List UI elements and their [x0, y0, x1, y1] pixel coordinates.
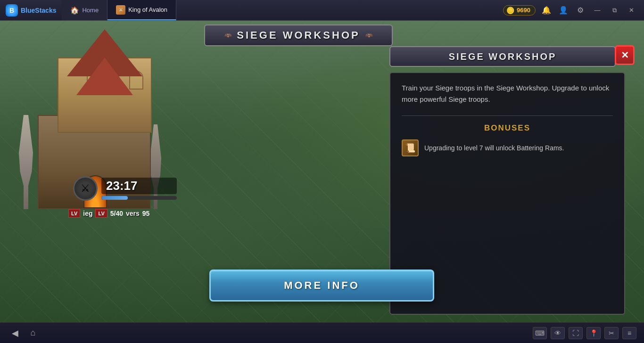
scissors-button[interactable]: ✂	[604, 327, 619, 339]
level-display: ieg	[83, 210, 92, 217]
bonus-icon: 📜	[402, 139, 419, 156]
bluestacks-icon: B	[6, 4, 18, 16]
close-panel-button[interactable]: ✕	[615, 45, 635, 65]
app-name: BlueStacks	[21, 7, 56, 14]
close-window-button[interactable]: ✕	[625, 4, 637, 16]
notification-bell-icon[interactable]: 🔔	[540, 4, 553, 16]
lv-label2: LV	[95, 209, 107, 218]
panel-divider	[402, 115, 613, 116]
troop-label: vers	[126, 210, 140, 217]
bat-right-icon: 🦇	[365, 32, 373, 39]
keyboard-button[interactable]: ⌨	[533, 327, 547, 339]
level-badge: LV ieg LV 5/40 vers 95	[68, 209, 149, 218]
troop-count: 95	[142, 210, 150, 217]
bonuses-title: BONUSES	[402, 123, 613, 133]
menu-button[interactable]: ≡	[622, 327, 636, 339]
lv-prefix: LV	[68, 209, 80, 218]
tab-home[interactable]: 🏠 Home	[62, 0, 107, 20]
restore-button[interactable]: ⧉	[608, 4, 620, 16]
bottom-nav: ◀ ⌂	[8, 326, 41, 341]
game-tab-icon: ⚔	[116, 5, 125, 15]
more-info-button[interactable]: MORE INFO	[209, 270, 434, 302]
panel-description: Train your Siege troops in the Siege Wor…	[402, 82, 613, 105]
panel-title: SIEGE WORKSHOP	[449, 51, 557, 62]
timer-overlay: ⚔ 23:17	[73, 176, 177, 201]
panel-header: SIEGE WORKSHOP	[389, 46, 616, 67]
home-tab-icon: 🏠	[70, 6, 79, 15]
sword-icon: ⚔	[73, 176, 98, 201]
coin-icon: 🪙	[506, 7, 514, 14]
progress-fill	[101, 196, 128, 200]
location-button[interactable]: 📍	[586, 327, 601, 339]
system-buttons: ⌨ 👁 ⛶ 📍 ✂ ≡	[533, 327, 636, 339]
level-fraction: 5/40	[110, 210, 123, 217]
fullscreen-button[interactable]: ⛶	[569, 327, 583, 339]
minimize-button[interactable]: —	[591, 4, 603, 16]
settings-gear-icon[interactable]: ⚙	[574, 4, 586, 16]
user-avatar-icon[interactable]: 👤	[557, 4, 570, 16]
home-button[interactable]: ⌂	[25, 326, 41, 341]
titlebar-actions: 🪙 9690 🔔 👤 ⚙ — ⧉ ✕	[496, 4, 644, 16]
bat-left-icon: 🦇	[224, 32, 232, 39]
timer-value: 23:17	[101, 178, 177, 194]
home-tab-label: Home	[82, 7, 99, 14]
app-logo: B BlueStacks	[0, 4, 62, 16]
game-area: ⚔ 23:17 LV ieg LV 5/40 vers 95 🦇 SIEGE W…	[0, 21, 644, 322]
timer-display: 23:17	[101, 178, 177, 200]
tab-bar: 🏠 Home ⚔ King of Avalon	[62, 0, 176, 20]
bonus-text: Upgrading to level 7 will unlock Batteri…	[424, 144, 564, 152]
tab-game[interactable]: ⚔ King of Avalon	[107, 0, 176, 20]
back-button[interactable]: ◀	[8, 326, 23, 341]
bonus-item: 📜 Upgrading to level 7 will unlock Batte…	[402, 139, 613, 156]
coin-display: 🪙 9690	[503, 5, 536, 16]
progress-bar	[101, 196, 177, 200]
castle-sub-roof	[76, 57, 133, 95]
eye-button[interactable]: 👁	[551, 327, 565, 339]
more-info-label: MORE INFO	[284, 279, 360, 292]
title-bar: B BlueStacks 🏠 Home ⚔ King of Avalon 🪙 9…	[0, 0, 644, 21]
main-title: SIEGE WORKSHOP	[237, 29, 360, 41]
bottom-bar: ◀ ⌂ ⌨ 👁 ⛶ 📍 ✂ ≡	[0, 322, 644, 343]
coin-value: 9690	[517, 7, 530, 14]
game-tab-label: King of Avalon	[128, 6, 167, 13]
